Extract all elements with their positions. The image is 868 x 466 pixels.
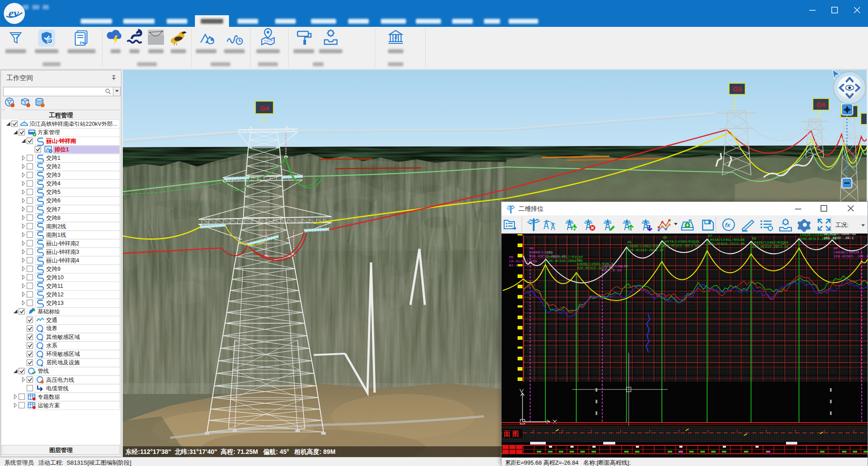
svg-text:LH426/LV402/KVQ84: LH426/LV402/KVQ84 (752, 240, 789, 244)
svg-text:G4: G4 (529, 246, 534, 250)
svg-text:NED-HC91D-7IC3-3B: NED-HC91D-7IC3-3B (708, 242, 745, 246)
svg-text:电缆管线: 电缆管线 (46, 385, 69, 392)
svg-text:LH03B/LVA22B: LH03B/LVA22B (833, 250, 859, 254)
svg-text:交通: 交通 (46, 317, 57, 323)
svg-text:220-HC31D-2B22-27: 220-HC31D-2B22-27 (627, 248, 664, 252)
svg-text:LH378/LV365/KVQ33: LH378/LV365/KVQ33 (663, 239, 700, 244)
svg-text:交跨11: 交跨11 (46, 283, 63, 289)
svg-text:LH698/LV682/KVLL3: LH698/LV682/KVLL3 (627, 244, 664, 248)
svg-text:面 图: 面 图 (503, 430, 519, 437)
svg-text:交跨7: 交跨7 (46, 206, 60, 213)
svg-text:沿江高铁钟祥南牵引站220kV外部...: 沿江高铁钟祥南牵引站220kV外部... (30, 121, 117, 127)
svg-text:交跨3: 交跨3 (46, 172, 60, 178)
svg-text:LH41B/LV45L/KVL0B: LH41B/LV45L/KVL0B (708, 238, 745, 242)
svg-text:交跨8: 交跨8 (46, 215, 60, 221)
svg-text:运输方案: 运输方案 (38, 402, 60, 409)
svg-text:G7: G7 (708, 234, 713, 238)
svg-text:交跨9: 交跨9 (46, 266, 60, 272)
svg-text:境界: 境界 (46, 325, 57, 332)
svg-text:丽山-钟祥南4: 丽山-钟祥南4 (46, 257, 79, 264)
svg-text:交跨12: 交跨12 (46, 291, 64, 298)
svg-text:其他敏感区域: 其他敏感区域 (46, 334, 80, 340)
svg-text:环境敏感区域: 环境敏感区域 (46, 351, 80, 357)
svg-text:交跨13: 交跨13 (46, 300, 64, 306)
svg-text:ES1-.E-22: ES1-.E-22 (602, 268, 622, 272)
svg-text:交跨2: 交跨2 (46, 163, 60, 170)
svg-text:G5: G5 (627, 240, 632, 244)
svg-text:居民地及设施: 居民地及设施 (46, 359, 80, 366)
svg-text:G4: G4 (260, 104, 269, 112)
svg-text:G2: G2 (577, 258, 581, 262)
svg-text:交跨5: 交跨5 (46, 189, 60, 195)
svg-text:水系: 水系 (46, 342, 58, 349)
svg-text:G9: G9 (833, 246, 838, 250)
svg-text:管线: 管线 (38, 368, 49, 374)
svg-text:交跨1: 交跨1 (46, 155, 60, 161)
svg-text:G41: G41 (546, 251, 553, 255)
svg-text:LH208/LVWL04: LH208/LVWL04 (602, 264, 628, 268)
svg-text:丽山-钟祥南2: 丽山-钟祥南2 (46, 240, 79, 247)
svg-text:东经:112°17'38" 北纬:31°17'40" 高: 东经:112°17'38" 北纬:31°17'40" 高程: 71.25M 偏航… (125, 448, 336, 455)
svg-text:G5: G5 (733, 85, 742, 93)
svg-text:南荆1线: 南荆1线 (46, 232, 66, 238)
svg-text:排位1: 排位1 (54, 146, 69, 153)
svg-text:方案管理: 方案管理 (38, 129, 60, 136)
svg-text:专题数据: 专题数据 (38, 394, 60, 400)
svg-text:基础标绘: 基础标绘 (38, 308, 60, 315)
svg-text:G8: G8 (752, 236, 756, 240)
svg-text:丽山-钟祥南3: 丽山-钟祥南3 (46, 249, 79, 255)
svg-text:LH-31/LV)-1X9: LH-31/LV)-1X9 (509, 259, 537, 263)
svg-text:交跨6: 交跨6 (46, 197, 60, 204)
svg-text:2B5-4B3D-.2B-1: 2B5-4B3D-.2B-1 (824, 236, 854, 240)
svg-text:丽山-钟祥南: 丽山-钟祥南 (46, 138, 76, 144)
svg-text:G6: G6 (663, 235, 667, 239)
svg-text:G6: G6 (816, 101, 825, 108)
svg-text:220-HC31D-2BC3-32: 220-HC31D-2BC3-32 (752, 244, 789, 248)
svg-text:交跨4: 交跨4 (46, 180, 60, 187)
svg-text:220-H23ED-.J03-27: 220-H23ED-.J03-27 (833, 254, 868, 258)
svg-text:BB0-HC31D-2BC3-B3: BB0-HC31D-2BC3-B3 (663, 244, 700, 248)
svg-text:高压电力线: 高压电力线 (46, 377, 74, 383)
svg-text:交跨10: 交跨10 (46, 274, 64, 281)
svg-text:南荆2线: 南荆2线 (46, 223, 66, 230)
svg-text:fx: fx (725, 222, 730, 228)
svg-text:PK: PK (80, 41, 86, 45)
svg-text:PD: PD (509, 255, 514, 259)
